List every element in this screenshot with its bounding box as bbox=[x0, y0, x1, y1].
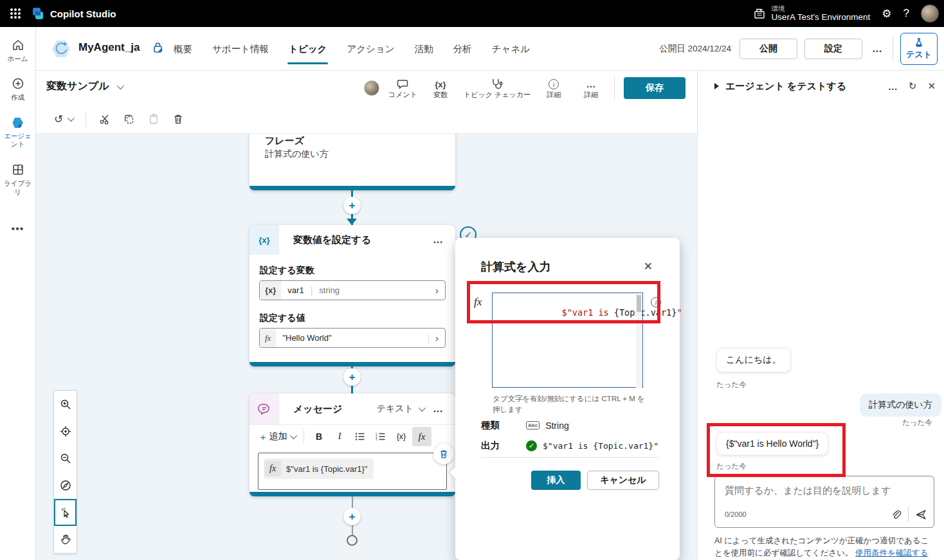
tab-topics[interactable]: トピック bbox=[287, 29, 328, 69]
bold-button[interactable]: B bbox=[309, 427, 329, 446]
delete-icon[interactable] bbox=[172, 113, 184, 125]
insert-formula-button[interactable]: fx bbox=[412, 427, 431, 446]
undo-button[interactable]: ↺ bbox=[54, 113, 73, 126]
formula-part-pre: $"var1 is bbox=[562, 307, 614, 318]
delete-formula-button[interactable] bbox=[433, 444, 454, 464]
variable-picker[interactable]: {x} var1 | string › bbox=[259, 280, 446, 300]
set-variable-node-header: {x} 変数値を設定する … bbox=[250, 225, 455, 255]
refresh-icon[interactable]: ↻ bbox=[909, 80, 917, 92]
abc-type-icon: Abc bbox=[526, 421, 540, 429]
publish-button[interactable]: 公開 bbox=[740, 39, 797, 59]
cut-icon[interactable] bbox=[99, 113, 111, 125]
canvas-tool-palette bbox=[53, 390, 77, 554]
formula-chip[interactable]: fx $"var1 is {Topic.var1}" bbox=[264, 458, 374, 479]
message-time: たった今 bbox=[716, 462, 747, 471]
tab-actions[interactable]: アクション bbox=[345, 29, 395, 69]
settings-gear-icon[interactable]: ⚙ bbox=[882, 7, 891, 21]
set-variable-node[interactable]: {x} 変数値を設定する … 設定する変数 {x} var1 | string … bbox=[250, 225, 455, 366]
message-mode-dropdown[interactable]: テキスト bbox=[377, 403, 424, 415]
tab-overview[interactable]: 概要 bbox=[172, 29, 194, 69]
node-more-icon[interactable]: … bbox=[430, 403, 446, 415]
message-node[interactable]: メッセージ テキスト … + 追加 B I bbox=[250, 393, 455, 496]
divider bbox=[304, 429, 304, 444]
test-button[interactable]: テスト bbox=[900, 33, 938, 65]
nav-home[interactable]: ホーム bbox=[1, 35, 35, 68]
collapse-caret-icon[interactable] bbox=[714, 83, 719, 89]
environment-picker[interactable]: 環境 UserA Test's Environment bbox=[753, 5, 870, 23]
value-input[interactable]: fx "Hello World" › bbox=[259, 328, 446, 348]
tab-activity[interactable]: 活動 bbox=[413, 29, 435, 69]
fx-label: fx bbox=[474, 296, 482, 309]
formula-input[interactable]: $"var1 is {Topic.var1}" bbox=[492, 293, 643, 388]
var-to-set-label: 設定する変数 bbox=[260, 265, 314, 276]
save-button[interactable]: 保存 bbox=[624, 77, 685, 99]
nav-agents[interactable]: エージェント bbox=[1, 112, 35, 154]
terms-link[interactable]: 使用条件を確認する bbox=[855, 548, 928, 557]
comments-button[interactable]: コメント bbox=[388, 77, 417, 100]
agent-name: MyAgent_ja bbox=[78, 41, 140, 54]
copilot-studio-logo bbox=[31, 6, 45, 21]
formula-info-icon[interactable]: i bbox=[651, 297, 661, 307]
insert-button[interactable]: 挿入 bbox=[531, 471, 581, 490]
fit-view-tool[interactable] bbox=[54, 418, 77, 445]
tab-channels[interactable]: チャネル bbox=[491, 29, 531, 69]
variables-button[interactable]: {x} 変数 bbox=[426, 77, 455, 100]
node-more-icon[interactable]: … bbox=[430, 234, 446, 246]
nav-library[interactable]: ライブラリ bbox=[1, 159, 35, 201]
insert-variable-button[interactable]: {x} bbox=[392, 427, 411, 446]
lock-edit-icon[interactable] bbox=[152, 41, 165, 54]
close-panel-icon[interactable]: ✕ bbox=[927, 80, 936, 92]
formula-part-mid: {Topic.var1} bbox=[614, 307, 677, 318]
dialog-divider bbox=[481, 457, 659, 458]
tab-analytics[interactable]: 分析 bbox=[452, 29, 473, 69]
numbered-list-button[interactable]: 123 bbox=[371, 427, 390, 446]
send-message-icon[interactable] bbox=[915, 509, 927, 521]
chat-input-placeholder: 質問するか、または目的を説明します bbox=[725, 485, 891, 497]
bullet-list-button[interactable] bbox=[350, 427, 370, 446]
header-more-icon[interactable]: … bbox=[869, 43, 885, 55]
output-value: $"var1 is {Topic.var1}" bbox=[543, 441, 658, 451]
copy-icon[interactable] bbox=[123, 113, 135, 125]
nav-more-icon[interactable]: ••• bbox=[12, 223, 24, 235]
test-more-icon[interactable]: … bbox=[888, 81, 898, 92]
trigger-node[interactable]: ✎ 編集 フレーズ 計算式の使い方 bbox=[250, 134, 455, 190]
success-check-icon: ✓ bbox=[526, 440, 537, 451]
attach-file-icon[interactable] bbox=[891, 509, 902, 520]
authoring-area: 変数サンプル コメント {x} 変数 bbox=[36, 71, 697, 560]
formula-scrollbar[interactable] bbox=[636, 294, 642, 388]
tab-support[interactable]: サポート情報 bbox=[211, 29, 270, 69]
add-node-button[interactable]: + bbox=[343, 368, 361, 386]
chevron-down-icon bbox=[116, 82, 123, 89]
topic-checker-button[interactable]: トピック チェッカー bbox=[464, 77, 531, 100]
zoom-out-tool[interactable] bbox=[54, 445, 77, 472]
ai-disclaimer: AI によって生成されたコンテンツが正確かつ適切であることを使用前に必ず確認して… bbox=[714, 535, 937, 560]
phrase-label: フレーズ bbox=[265, 135, 304, 147]
paste-icon[interactable] bbox=[148, 113, 159, 125]
test-agent-panel: エージェント をテストする … ↻ ✕ こんにちは。 たった今 計算式の使い方 … bbox=[697, 71, 944, 560]
pan-tool[interactable] bbox=[54, 526, 77, 553]
message-text-area[interactable]: fx $"var1 is {Topic.var1}" bbox=[258, 453, 447, 490]
cancel-button[interactable]: キャンセル bbox=[587, 471, 659, 490]
message-node-header: メッセージ テキスト … bbox=[250, 393, 455, 424]
nav-create[interactable]: 作成 bbox=[1, 73, 35, 107]
details-more-button[interactable]: … 詳細 bbox=[577, 77, 605, 100]
minimap-tool[interactable] bbox=[54, 472, 77, 499]
details-info-button[interactable]: i 詳細 bbox=[540, 77, 568, 100]
bot-message-bubble: {$"var1 is Hello World"} bbox=[716, 432, 828, 455]
help-icon[interactable]: ? bbox=[903, 7, 909, 20]
settings-button[interactable]: 設定 bbox=[804, 39, 862, 59]
divider bbox=[908, 507, 909, 522]
italic-button[interactable]: I bbox=[330, 427, 349, 446]
topic-name-dropdown[interactable]: 変数サンプル bbox=[46, 80, 122, 93]
chat-input-box[interactable]: 質問するか、または目的を説明します 0/2000 bbox=[714, 476, 934, 528]
select-tool[interactable] bbox=[54, 499, 77, 526]
add-node-button[interactable]: + bbox=[343, 508, 361, 525]
add-content-button[interactable]: + 追加 bbox=[257, 427, 298, 446]
dialog-close-icon[interactable]: ✕ bbox=[644, 260, 653, 273]
topic-canvas[interactable]: ✎ 編集 フレーズ 計算式の使い方 + {x} 変数値を設定する … bbox=[36, 134, 697, 560]
user-avatar[interactable] bbox=[921, 5, 939, 23]
agent-avatar-icon bbox=[50, 38, 72, 60]
add-node-button[interactable]: + bbox=[343, 197, 361, 214]
waffle-menu-icon[interactable] bbox=[0, 0, 31, 27]
zoom-in-tool[interactable] bbox=[54, 391, 77, 418]
